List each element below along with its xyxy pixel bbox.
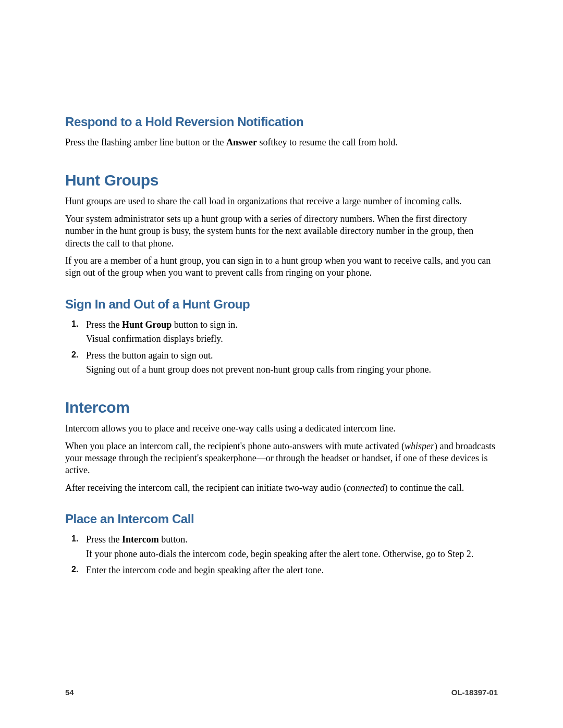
list-item: Press the Hunt Group button to sign in. … (86, 319, 498, 346)
heading-intercom: Intercom (65, 399, 498, 416)
doc-id: OL-18397-01 (451, 688, 498, 697)
step-sub: If your phone auto-dials the intercom co… (86, 548, 498, 560)
text: After receiving the intercom call, the r… (65, 483, 347, 493)
list-item: Press the button again to sign out. Sign… (86, 350, 498, 376)
hunt-para-2: Your system administrator sets up a hunt… (65, 213, 498, 250)
list-item: Enter the intercom code and begin speaki… (86, 564, 498, 576)
heading-sign-in-out: Sign In and Out of a Hunt Group (65, 297, 498, 312)
step-sub: Visual confirmation displays briefly. (86, 333, 498, 345)
italic-connected: connected (347, 483, 385, 493)
heading-place-intercom: Place an Intercom Call (65, 512, 498, 526)
text: Press the (86, 534, 122, 545)
intercom-para-3: After receiving the intercom call, the r… (65, 482, 498, 494)
bold-answer: Answer (226, 137, 257, 147)
hunt-para-1: Hunt groups are used to share the call l… (65, 195, 498, 207)
text: When you place an intercom call, the rec… (65, 441, 405, 451)
page-footer: 54 OL-18397-01 (65, 688, 498, 697)
heading-respond: Respond to a Hold Reversion Notification (65, 115, 498, 129)
intercom-para-1: Intercom allows you to place and receive… (65, 423, 498, 435)
page-number: 54 (65, 688, 74, 697)
list-item: Press the Intercom button. If your phone… (86, 534, 498, 560)
place-steps: Press the Intercom button. If your phone… (65, 534, 498, 576)
text: Press the button again to sign out. (86, 350, 213, 361)
text: button. (159, 534, 188, 545)
bold-intercom: Intercom (122, 534, 159, 545)
signin-steps: Press the Hunt Group button to sign in. … (65, 319, 498, 376)
intercom-para-2: When you place an intercom call, the rec… (65, 440, 498, 477)
step-sub: Signing out of a hunt group does not pre… (86, 364, 498, 376)
text: button to sign in. (172, 319, 238, 330)
text: Enter the intercom code and begin speaki… (86, 565, 324, 575)
text: Press the flashing amber line button or … (65, 137, 226, 147)
hunt-para-3: If you are a member of a hunt group, you… (65, 255, 498, 279)
text: Press the (86, 319, 122, 330)
text: softkey to resume the call from hold. (257, 137, 398, 147)
text: ) to continue the call. (385, 483, 464, 493)
heading-hunt-groups: Hunt Groups (65, 171, 498, 189)
respond-para: Press the flashing amber line button or … (65, 137, 498, 149)
italic-whisper: whisper (405, 441, 434, 451)
bold-hunt-group: Hunt Group (122, 319, 172, 330)
